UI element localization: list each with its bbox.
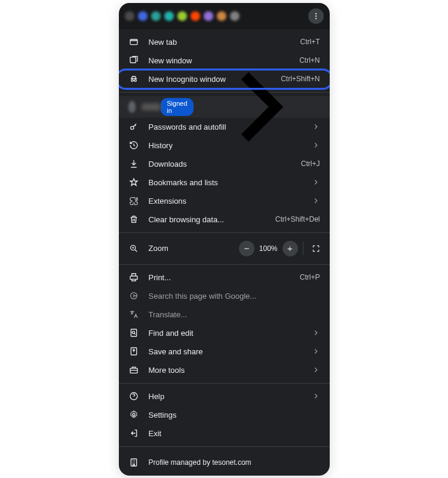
trash-icon [128,214,139,225]
menu-label: History [149,141,312,150]
menu-find[interactable]: Find and edit [119,324,330,342]
svg-point-15 [133,413,135,416]
svg-point-1 [315,15,316,16]
tab-indicator[interactable] [217,11,226,21]
download-icon [128,158,139,169]
separator [119,232,330,233]
shortcut: Ctrl+J [301,160,320,168]
menu-save-share[interactable]: Save and share [119,342,330,361]
menu-label: Save and share [149,347,312,356]
zoom-in-button[interactable]: + [283,241,298,256]
more-menu-button[interactable] [308,8,324,24]
tab-indicator[interactable] [177,11,187,21]
kebab-icon [312,12,320,20]
signed-in-badge: Signed in [161,98,193,116]
menu-label: Print... [149,273,300,282]
profile-name-blurred [142,103,161,111]
menu-label: Translate... [149,310,320,319]
svg-rect-10 [131,329,136,336]
menu-label: Settings [149,410,320,419]
menu-managed[interactable]: Profile managed by tesonet.com [119,451,330,474]
menu-label: Extensions [149,197,312,206]
chrome-menu-panel: New tab Ctrl+T New window Ctrl+N New Inc… [119,3,330,476]
tab-icon [128,36,139,47]
shortcut: Ctrl+Shift+N [281,75,320,83]
svg-point-6 [134,79,136,81]
menu-exit[interactable]: Exit [119,424,330,443]
chevron-right-icon [312,122,320,131]
chevron-right-icon [312,392,320,400]
zoom-icon [128,243,139,254]
zoom-out-button[interactable]: − [239,241,254,256]
svg-point-2 [315,17,316,19]
chevron-right-icon [312,197,320,205]
incognito-icon [128,73,139,84]
svg-rect-4 [130,57,136,63]
tab-indicator[interactable] [138,11,148,21]
menu-label: Bookmarks and lists [149,178,312,187]
extension-icon [128,195,139,206]
separator [303,242,303,255]
chevron-right-icon [312,329,320,337]
svg-point-7 [130,126,133,129]
tab-indicator[interactable] [230,11,240,21]
menu-label: More tools [149,366,312,375]
tab-indicator[interactable] [164,11,174,21]
tab-indicator[interactable] [151,11,161,21]
translate-icon [128,309,139,320]
share-icon [128,346,139,357]
tab-indicator[interactable] [125,11,134,21]
window-icon [128,55,139,66]
tab-indicator[interactable] [191,11,200,21]
document-search-icon [128,327,139,338]
separator [119,383,330,384]
zoom-label: Zoom [149,244,239,253]
menu-extensions[interactable]: Extensions [119,192,330,210]
shortcut: Ctrl+Shift+Del [275,215,320,223]
menu-translate[interactable]: Translate... [119,305,330,324]
menu-label: Find and edit [149,329,312,338]
gear-icon [128,409,139,420]
chevron-right-icon [312,366,320,374]
chevron-right-icon [312,141,320,149]
svg-point-0 [315,13,316,14]
menu-settings[interactable]: Settings [119,406,330,424]
menu-print[interactable]: Print... Ctrl+P [119,268,330,287]
zoom-controls: − 100% + [239,241,324,256]
menu-label: Downloads [149,160,301,168]
chevron-right-icon [312,178,320,186]
svg-point-5 [131,79,133,81]
toolbox-icon [128,364,139,375]
google-icon [128,290,139,301]
menu-label: Search this page with Google... [149,292,320,301]
menu-zoom: Zoom − 100% + [119,237,330,261]
svg-rect-3 [130,39,137,45]
menu-label: Clear browsing data... [149,215,275,224]
menu-bookmarks[interactable]: Bookmarks and lists [119,173,330,192]
menu-profile[interactable]: Signed in [119,96,330,118]
star-icon [128,177,139,188]
separator [119,446,330,447]
menu-label: Passwords and autofill [149,122,312,131]
menu-list: New tab Ctrl+T New window Ctrl+N New Inc… [119,29,330,476]
fullscreen-button[interactable] [308,241,324,256]
fullscreen-icon [312,244,320,253]
menu-new-incognito[interactable]: New Incognito window Ctrl+Shift+N [119,70,330,88]
chevron-right-icon [198,45,323,169]
help-icon [128,391,139,402]
menu-more-tools[interactable]: More tools [119,361,330,379]
history-icon [128,140,139,151]
print-icon [128,272,139,283]
menu-help[interactable]: Help [119,387,330,406]
tab-indicator[interactable] [204,11,213,21]
separator [119,264,330,265]
menu-search-page[interactable]: Search this page with Google... [119,287,330,305]
menu-clear-data[interactable]: Clear browsing data... Ctrl+Shift+Del [119,210,330,229]
key-icon [128,121,139,132]
browser-topbar [119,3,330,29]
building-icon [128,457,139,468]
menu-label: Help [149,392,312,401]
zoom-value: 100% [256,244,281,253]
menu-label: Exit [149,429,320,438]
avatar [128,101,136,113]
